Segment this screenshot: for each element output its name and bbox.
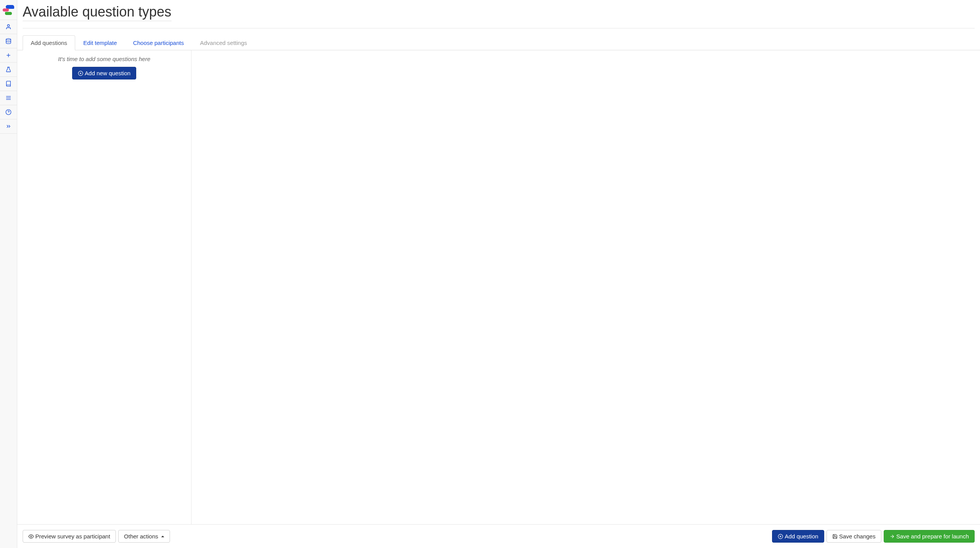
expand-icon [5,123,12,129]
arrow-right-icon [889,534,895,539]
svg-point-0 [7,25,9,26]
tab-choose-participants[interactable]: Choose participants [125,35,192,50]
database-icon [5,38,12,44]
tab-label: Add questions [31,40,67,46]
main-content: Available question types Add questions E… [17,0,980,548]
tab-label: Advanced settings [200,40,247,46]
footer-left-group: Preview survey as participant Other acti… [23,530,170,543]
app-logo[interactable] [0,0,17,20]
button-label: Save changes [839,533,876,540]
footer-toolbar: Preview survey as participant Other acti… [17,524,980,548]
questions-panel: It's time to add some questions here Add… [17,50,191,524]
plus-icon [5,52,12,58]
header-divider [23,28,975,28]
tabs-container: Add questions Edit template Choose parti… [17,35,980,50]
preview-survey-button[interactable]: Preview survey as participant [23,530,116,543]
eye-icon [28,534,34,539]
page-title: Available question types [23,4,172,21]
plus-circle-icon [778,534,783,539]
sidebar-item-flask[interactable] [0,63,17,77]
sidebar [0,0,17,548]
button-label: Add question [785,533,818,540]
sidebar-item-help[interactable] [0,105,17,119]
app-container: Available question types Add questions E… [0,0,980,548]
plus-circle-icon [78,71,83,76]
button-label: Preview survey as participant [35,533,110,540]
flask-icon [5,66,12,73]
button-label: Other actions [124,533,158,540]
tab-edit-template[interactable]: Edit template [75,35,125,50]
button-label: Save and prepare for launch [896,533,969,540]
tab-label: Choose participants [133,40,184,46]
sidebar-item-book[interactable] [0,77,17,91]
button-label: Add new question [85,70,130,76]
other-actions-button[interactable]: Other actions [118,530,170,543]
user-icon [5,24,12,30]
content-area: It's time to add some questions here Add… [17,50,980,524]
tab-add-questions[interactable]: Add questions [23,35,75,50]
logo-icon [3,4,14,16]
sidebar-item-database[interactable] [0,34,17,48]
svg-point-1 [6,38,11,40]
save-icon [832,534,838,539]
tab-advanced-settings: Advanced settings [192,35,255,50]
caret-up-icon [161,536,164,537]
help-icon [5,109,12,115]
book-icon [5,81,12,87]
footer-right-group: Add question Save changes Save and prepa… [772,530,975,543]
sidebar-item-menu[interactable] [0,91,17,105]
save-changes-button[interactable]: Save changes [827,530,881,543]
save-launch-button[interactable]: Save and prepare for launch [884,530,975,543]
menu-icon [5,95,12,101]
add-new-question-button[interactable]: Add new question [72,67,136,79]
sidebar-item-user[interactable] [0,20,17,34]
add-question-button[interactable]: Add question [772,530,824,543]
page-header: Available question types [17,0,980,35]
sidebar-item-add[interactable] [0,48,17,63]
tab-label: Edit template [83,40,117,46]
svg-point-13 [30,536,32,537]
empty-state-message: It's time to add some questions here [23,56,186,62]
sidebar-item-expand[interactable] [0,119,17,134]
preview-panel [191,50,980,524]
